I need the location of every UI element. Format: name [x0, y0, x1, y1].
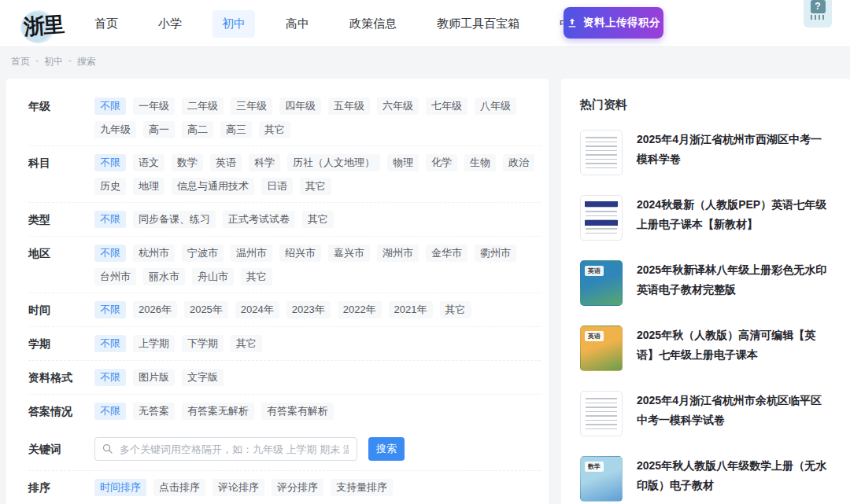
sort-option[interactable]: 支持量排序 — [331, 479, 393, 496]
filter-option[interactable]: 2021年 — [389, 301, 433, 318]
filter-row: 时间不限2026年2025年2024年2023年2022年2021年其它 — [28, 293, 541, 327]
filter-option[interactable]: 一年级 — [133, 97, 175, 115]
filter-option[interactable]: 日语 — [261, 178, 293, 195]
hot-resource-item[interactable]: 数学2025年秋人教版八年级数学上册（无水印版）电子教材 — [580, 456, 830, 502]
hot-resource-item[interactable]: 英语2025年秋（人教版）高清可编辑【英语】七年级上册电子课本 — [580, 326, 830, 371]
nav-item[interactable]: 首页 — [85, 10, 128, 38]
nav-item[interactable]: 初中 — [213, 10, 255, 38]
filter-option[interactable]: 湖州市 — [377, 245, 419, 262]
filter-option[interactable]: 科学 — [249, 154, 280, 171]
filter-option[interactable]: 不限 — [94, 335, 126, 352]
filter-option[interactable]: 二年级 — [182, 97, 224, 115]
filter-option[interactable]: 绍兴市 — [279, 245, 321, 262]
filter-option[interactable]: 文字版 — [182, 369, 224, 386]
filter-options: 不限无答案有答案无解析有答案有解析 — [94, 402, 541, 420]
sort-option[interactable]: 时间排序 — [94, 479, 146, 496]
filter-option[interactable]: 八年级 — [475, 97, 516, 115]
breadcrumb-item[interactable]: 初中 — [44, 55, 63, 68]
filter-row-label: 关键词 — [28, 440, 94, 458]
filter-option[interactable]: 语文 — [133, 154, 164, 171]
nav-item[interactable]: 政策信息 — [340, 10, 406, 38]
filter-option[interactable]: 物理 — [387, 154, 419, 171]
filter-option[interactable]: 不限 — [94, 211, 126, 228]
filter-option[interactable]: 2024年 — [235, 301, 279, 318]
filter-option[interactable]: 政治 — [503, 154, 534, 171]
filter-option[interactable]: 高三 — [220, 121, 252, 138]
filter-option[interactable]: 衢州市 — [475, 245, 516, 262]
filter-option[interactable]: 九年级 — [94, 121, 136, 138]
hot-resource-item[interactable]: 英语2025年秋新译林八年级上册彩色无水印英语电子教材完整版 — [580, 260, 830, 306]
filter-option[interactable]: 其它 — [300, 178, 331, 195]
filter-option[interactable]: 五年级 — [328, 97, 370, 115]
filter-rows: 年级不限一年级二年级三年级四年级五年级六年级七年级八年级九年级高一高二高三其它科… — [28, 90, 541, 428]
filter-option[interactable]: 不限 — [94, 301, 126, 318]
search-filter-panel: 年级不限一年级二年级三年级四年级五年级六年级七年级八年级九年级高一高二高三其它科… — [6, 79, 549, 504]
filter-option[interactable]: 四年级 — [279, 97, 321, 115]
filter-option[interactable]: 温州市 — [231, 245, 272, 262]
filter-option[interactable]: 无答案 — [133, 403, 175, 420]
filter-option[interactable]: 六年级 — [377, 97, 419, 115]
hot-resource-item[interactable]: 2025年4月浙江省杭州市余杭区临平区中考一模科学试卷 — [580, 391, 830, 436]
sort-option[interactable]: 点击排序 — [153, 479, 205, 496]
filter-option[interactable]: 有答案有解析 — [261, 403, 334, 420]
filter-option[interactable]: 其它 — [241, 268, 272, 285]
filter-options: 不限上学期下学期其它 — [94, 334, 541, 352]
filter-option[interactable]: 历史 — [94, 178, 126, 195]
filter-option[interactable]: 地理 — [133, 178, 164, 195]
filter-option[interactable]: 正式考试试卷 — [223, 211, 295, 228]
filter-option[interactable]: 不限 — [94, 369, 126, 386]
filter-option[interactable]: 历社（人文地理） — [287, 154, 380, 171]
search-icon — [102, 443, 113, 454]
filter-option[interactable]: 有答案无解析 — [182, 403, 254, 420]
filter-option[interactable]: 同步备课、练习 — [133, 211, 216, 228]
site-logo[interactable]: 浙里 — [23, 6, 80, 45]
filter-option[interactable]: 其它 — [231, 335, 262, 352]
nav-item[interactable]: 教师工具百宝箱 — [427, 10, 529, 38]
hot-resource-item[interactable]: 2025年4月浙江省杭州市西湖区中考一模科学卷 — [580, 130, 830, 175]
filter-option[interactable]: 三年级 — [231, 97, 272, 115]
filter-option[interactable]: 2025年 — [184, 301, 228, 318]
hot-resource-item[interactable]: 2024秋最新（人教版PEP）英语七年级上册电子课本【新教材】 — [580, 195, 830, 241]
breadcrumb-item[interactable]: 搜索 — [77, 55, 96, 68]
filter-option[interactable]: 2022年 — [338, 301, 382, 318]
filter-option[interactable]: 英语 — [210, 154, 242, 171]
filter-option[interactable]: 不限 — [94, 245, 126, 262]
sort-row: 排序 时间排序点击排序评论排序评分排序支持量排序 — [28, 471, 541, 504]
filter-option[interactable]: 其它 — [259, 121, 290, 138]
nav-item[interactable]: 小学 — [149, 10, 191, 38]
filter-option[interactable]: 宁波市 — [182, 245, 224, 262]
upload-points-button[interactable]: 资料上传得积分 — [564, 7, 663, 39]
upload-button-label: 资料上传得积分 — [583, 16, 660, 30]
nav-item[interactable]: 高中 — [276, 10, 319, 38]
help-widget[interactable]: ? — [804, 0, 832, 28]
filter-option[interactable]: 七年级 — [426, 97, 468, 115]
filter-option[interactable]: 高一 — [143, 121, 175, 138]
filter-option[interactable]: 不限 — [94, 97, 126, 115]
filter-option[interactable]: 下学期 — [182, 335, 224, 352]
filter-option[interactable]: 生物 — [464, 154, 496, 171]
filter-option[interactable]: 信息与通用技术 — [172, 178, 254, 195]
filter-option[interactable]: 其它 — [302, 211, 334, 228]
filter-option[interactable]: 图片版 — [133, 369, 175, 386]
sort-option[interactable]: 评分排序 — [272, 479, 323, 496]
filter-option[interactable]: 丽水市 — [143, 268, 185, 285]
filter-option[interactable]: 2023年 — [286, 301, 331, 318]
filter-option[interactable]: 上学期 — [133, 335, 175, 352]
breadcrumb-item[interactable]: 首页 — [11, 55, 30, 68]
filter-option[interactable]: 金华市 — [426, 245, 468, 262]
filter-option[interactable]: 化学 — [426, 154, 457, 171]
filter-option[interactable]: 2026年 — [133, 301, 177, 318]
filter-option[interactable]: 台州市 — [94, 268, 136, 285]
keyword-search-input[interactable] — [94, 437, 357, 461]
main-nav: 首页小学初中高中政策信息教师工具百宝箱中职 — [85, 0, 593, 47]
filter-option[interactable]: 杭州市 — [133, 245, 175, 262]
search-button[interactable]: 搜索 — [368, 437, 405, 461]
filter-option[interactable]: 舟山市 — [192, 268, 234, 285]
sort-option[interactable]: 评论排序 — [213, 479, 264, 496]
filter-option[interactable]: 不限 — [94, 154, 126, 171]
filter-option[interactable]: 高二 — [182, 121, 213, 138]
filter-option[interactable]: 数学 — [172, 154, 203, 171]
filter-option[interactable]: 不限 — [94, 403, 126, 420]
filter-option[interactable]: 其它 — [440, 301, 471, 318]
filter-option[interactable]: 嘉兴市 — [328, 245, 370, 262]
